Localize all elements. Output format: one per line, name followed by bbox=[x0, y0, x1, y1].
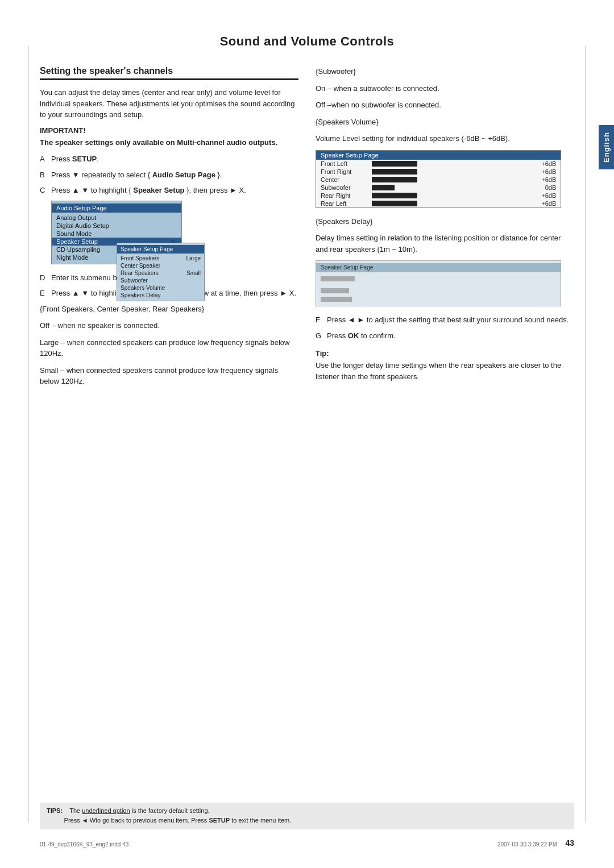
tip-section: Tip: Use the longer delay time settings … bbox=[316, 349, 574, 382]
footer-left: 01-49_dvp3166K_93_eng2.indd 43 bbox=[40, 841, 128, 848]
english-tab: English bbox=[599, 125, 614, 169]
right-column: {Subwoofer} On – when a subwoofer is con… bbox=[316, 66, 574, 393]
step-c-text: Press ▲ ▼ to highlight { Speaker Setup }… bbox=[51, 185, 298, 196]
tips-line2: Press ◄ Wto go back to previous menu ite… bbox=[64, 817, 292, 824]
delay-row-1 bbox=[316, 275, 561, 283]
tips-line1: The underlined option is the factory def… bbox=[69, 807, 209, 814]
page-container: English Sound and Volume Controls Settin… bbox=[0, 0, 614, 868]
subwoofer-off: Off –when no subwoofer is connected. bbox=[316, 99, 574, 111]
speaker-submenu-row-2: Center Speaker bbox=[117, 262, 204, 269]
delay-row-3 bbox=[316, 286, 561, 295]
speaker-submenu-title: Speaker Setup Page bbox=[117, 245, 204, 254]
step-g: G Press OK to confirm. bbox=[316, 330, 574, 342]
step-e-letter: E bbox=[40, 288, 48, 299]
tip-heading: Tip: bbox=[316, 349, 574, 358]
speaker-submenu-row-4: Subwoofer bbox=[117, 277, 204, 284]
speaker-submenu: Speaker Setup Page Front SpeakersLarge C… bbox=[117, 243, 205, 301]
speaker-submenu-row-1: Front SpeakersLarge bbox=[117, 255, 204, 262]
step-f-letter: F bbox=[316, 314, 323, 326]
vline-right bbox=[585, 45, 586, 823]
delay-row-4 bbox=[316, 295, 561, 304]
step-d-letter: D bbox=[40, 272, 48, 284]
audio-setup-digital: Digital Audio Setup bbox=[52, 222, 181, 230]
audio-setup-sound: Sound Mode bbox=[52, 230, 181, 238]
front-speakers-large: Large – when connected speakers can prod… bbox=[40, 337, 298, 359]
step-c: C Press ▲ ▼ to highlight { Speaker Setup… bbox=[40, 185, 298, 196]
step-f-text: Press ◄ ► to adjust the setting that bes… bbox=[327, 314, 574, 326]
step-g-letter: G bbox=[316, 330, 323, 342]
step-a: A Press SETUP. bbox=[40, 153, 298, 165]
footer-right: 2007-03-30 3:39:22 PM bbox=[497, 841, 574, 848]
speaker-submenu-row-3: Rear SpeakersSmall bbox=[117, 269, 204, 277]
intro-text: You can adjust the delay times (center a… bbox=[40, 87, 298, 121]
speakers-volume-heading: {Speakers Volume} bbox=[316, 117, 574, 128]
speakers-volume-body: Volume Level setting for individual spea… bbox=[316, 133, 574, 144]
vol-row-subwoofer: Subwoofer 0dB bbox=[316, 184, 561, 192]
speaker-volume-table: Speaker Setup Page Front Left +6dB Front… bbox=[316, 150, 561, 208]
audio-setup-title: Audio Setup Page bbox=[52, 203, 181, 213]
subwoofer-on: On – when a subwoofer is connected. bbox=[316, 83, 574, 94]
speaker-submenu-row-6: Speakers Delay bbox=[117, 292, 204, 299]
subwoofer-heading: {Subwoofer} bbox=[316, 66, 574, 77]
front-speakers-heading: {Front Speakers, Center Speaker, Rear Sp… bbox=[40, 304, 298, 315]
vol-row-rear-right: Rear Right +6dB bbox=[316, 192, 561, 200]
step-c-letter: C bbox=[40, 185, 48, 196]
vol-row-rear-left: Rear Left +6dB bbox=[316, 200, 561, 207]
vol-row-front-right: Front Right +6dB bbox=[316, 168, 561, 176]
tips-label: TIPS: bbox=[47, 807, 63, 814]
tips-bar: TIPS: The underlined option is the facto… bbox=[40, 803, 574, 829]
speaker-delay-box: Speaker Setup Page bbox=[316, 260, 561, 306]
section-heading: Setting the speaker's channels bbox=[40, 66, 298, 80]
important-label: IMPORTANT! bbox=[40, 126, 298, 135]
audio-setup-analog: Analog Output bbox=[52, 214, 181, 222]
speaker-delay-title: Speaker Setup Page bbox=[316, 263, 561, 272]
vline-left bbox=[28, 45, 29, 823]
step-b: B Press ▼ repeatedly to select { Audio S… bbox=[40, 169, 298, 181]
speakers-delay-heading: {Speakers Delay} bbox=[316, 216, 574, 227]
step-b-text: Press ▼ repeatedly to select { Audio Set… bbox=[51, 169, 298, 181]
content-area: Setting the speaker's channels You can a… bbox=[40, 66, 574, 393]
front-speakers-small: Small – when connected speakers cannot p… bbox=[40, 365, 298, 387]
front-speakers-off: Off – when no speaker is connected. bbox=[40, 320, 298, 331]
page-title: Sound and Volume Controls bbox=[40, 34, 574, 49]
step-f: F Press ◄ ► to adjust the setting that b… bbox=[316, 314, 574, 326]
step-a-letter: A bbox=[40, 153, 48, 165]
step-b-letter: B bbox=[40, 169, 48, 181]
left-column: Setting the speaker's channels You can a… bbox=[40, 66, 298, 393]
step-g-text: Press OK to confirm. bbox=[327, 330, 574, 342]
speakers-delay-body: Delay times setting in relation to the l… bbox=[316, 232, 574, 255]
important-body: The speaker settings only available on M… bbox=[40, 137, 298, 148]
tip-body: Use the longer delay time settings when … bbox=[316, 360, 574, 382]
audio-setup-screenshot: Audio Setup Page Analog Output Digital A… bbox=[51, 201, 205, 264]
vol-row-center: Center +6dB bbox=[316, 176, 561, 184]
speaker-volume-table-title: Speaker Setup Page bbox=[316, 151, 561, 160]
vol-row-front-left: Front Left +6dB bbox=[316, 160, 561, 168]
speaker-submenu-row-5: Speakers Volume bbox=[117, 284, 204, 292]
step-a-text: Press SETUP. bbox=[51, 153, 298, 165]
